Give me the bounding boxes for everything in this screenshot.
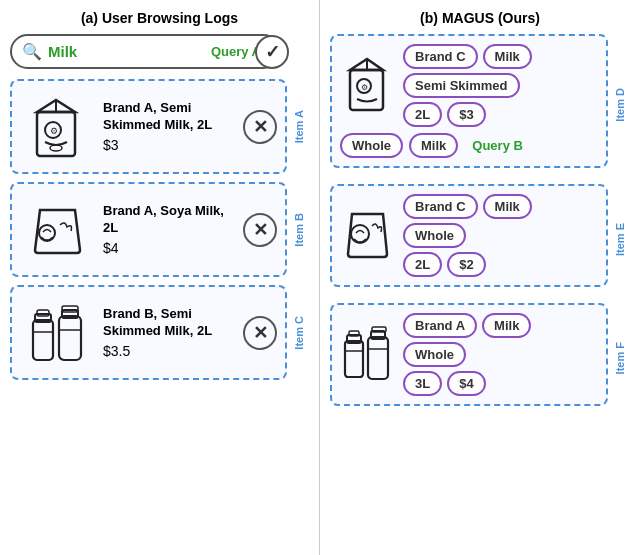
item-f-label: Item F (614, 342, 626, 374)
svg-rect-30 (372, 327, 386, 332)
item-f-row3: 3L $4 (403, 371, 598, 396)
item-c-label: Item C (293, 316, 305, 350)
item-b-image (20, 192, 95, 267)
item-a-name: Brand A, Semi Skimmed Milk, 2L (103, 100, 237, 134)
item-a-price: $3 (103, 137, 237, 153)
item-c-side-label: Item C (289, 285, 309, 380)
svg-rect-25 (349, 331, 359, 336)
item-f-image (340, 321, 395, 389)
item-e-wrapper: Brand C Milk Whole 2L $2 Item E (330, 184, 630, 295)
item-d-tag-price: $3 (447, 102, 485, 127)
item-a-side-label: Item A (289, 79, 309, 174)
item-a-card: ⚙ Brand A, Semi Skimmed Milk, 2L $3 ✕ (10, 79, 287, 174)
item-a-image: ⚙ (20, 89, 95, 164)
item-f-tag-brand: Brand A (403, 313, 477, 338)
item-f-card: Brand A Milk Whole 3L $4 (330, 303, 608, 406)
svg-text:⚙: ⚙ (361, 83, 368, 92)
right-panel-title: (b) MAGUS (Ours) (330, 10, 630, 26)
svg-rect-8 (33, 320, 53, 360)
item-b-cross: ✕ (243, 213, 277, 247)
item-c-info: Brand B, Semi Skimmed Milk, 2L $3.5 (95, 306, 237, 360)
item-c-price: $3.5 (103, 343, 237, 359)
item-d-tag-whole: Whole (340, 133, 403, 158)
item-f-tag-price: $4 (447, 371, 485, 396)
item-c-image (20, 295, 95, 370)
item-d-tag-2l: 2L (403, 102, 442, 127)
item-a-cross: ✕ (243, 110, 277, 144)
item-e-label: Item E (614, 223, 626, 256)
item-d-side-label: Item D (610, 34, 630, 176)
item-b-wrapper: Brand A, Soya Milk, 2L $4 ✕ Item B (10, 182, 309, 277)
item-b-label: Item B (293, 213, 305, 247)
item-d-image: ⚙ (340, 52, 395, 120)
query-b-label: Query B (472, 138, 523, 153)
svg-text:⚙: ⚙ (50, 126, 58, 136)
item-d-tags: Brand C Milk Semi Skimmed 2L $3 (403, 44, 598, 127)
item-a-label: Item A (293, 110, 305, 143)
search-query: Milk (48, 43, 193, 60)
item-e-side-label: Item E (610, 184, 630, 295)
main-container: (a) User Browsing Logs 🔍 Milk Query A ✓ … (0, 0, 640, 555)
svg-rect-23 (345, 341, 363, 377)
item-d-row1: Brand C Milk (403, 44, 598, 69)
item-f-tag-milk: Milk (482, 313, 531, 338)
item-d-row2: Semi Skimmed (403, 73, 598, 98)
item-c-cross: ✕ (243, 316, 277, 350)
right-panel: (b) MAGUS (Ours) ⚙ (320, 0, 640, 555)
item-b-info: Brand A, Soya Milk, 2L $4 (95, 203, 237, 257)
item-e-tag-price: $2 (447, 252, 485, 277)
item-f-tag-whole: Whole (403, 342, 466, 367)
item-d-row3: 2L $3 (403, 102, 598, 127)
item-f-wrapper: Brand A Milk Whole 3L $4 Item F (330, 303, 630, 414)
item-f-row2: Whole (403, 342, 598, 367)
item-d-top: ⚙ Brand C Milk Semi Skimmed 2 (340, 44, 598, 127)
svg-point-7 (39, 225, 55, 241)
item-d-label: Item D (614, 88, 626, 122)
item-e-image (340, 202, 395, 270)
item-e-tag-2l: 2L (403, 252, 442, 277)
svg-rect-27 (368, 337, 388, 379)
check-icon: ✓ (255, 35, 289, 69)
item-f-side-label: Item F (610, 303, 630, 414)
item-c-card: Brand B, Semi Skimmed Milk, 2L $3.5 ✕ (10, 285, 287, 380)
search-bar[interactable]: 🔍 Milk Query A ✓ (10, 34, 281, 69)
item-d-tag-milk2: Milk (409, 133, 458, 158)
item-f-tags: Brand A Milk Whole 3L $4 (403, 313, 598, 396)
item-a-wrapper: ⚙ Brand A, Semi Skimmed Milk, 2L $3 ✕ It… (10, 79, 309, 174)
item-d-wrapper: ⚙ Brand C Milk Semi Skimmed 2 (330, 34, 630, 176)
item-c-wrapper: Brand B, Semi Skimmed Milk, 2L $3.5 ✕ It… (10, 285, 309, 380)
item-b-price: $4 (103, 240, 237, 256)
svg-rect-12 (59, 316, 81, 360)
item-b-card: Brand A, Soya Milk, 2L $4 ✕ (10, 182, 287, 277)
item-c-name: Brand B, Semi Skimmed Milk, 2L (103, 306, 237, 340)
item-e-tag-brand: Brand C (403, 194, 478, 219)
left-panel-title: (a) User Browsing Logs (10, 10, 309, 26)
item-f-tag-3l: 3L (403, 371, 442, 396)
left-panel: (a) User Browsing Logs 🔍 Milk Query A ✓ … (0, 0, 320, 555)
item-e-tags: Brand C Milk Whole 2L $2 (403, 194, 598, 277)
item-d-card: ⚙ Brand C Milk Semi Skimmed 2 (330, 34, 608, 168)
item-f-row1: Brand A Milk (403, 313, 598, 338)
item-d-tag-semi: Semi Skimmed (403, 73, 520, 98)
item-d-tag-milk: Milk (483, 44, 532, 69)
item-e-tag-whole: Whole (403, 223, 466, 248)
query-a-label: Query A (211, 44, 261, 59)
item-b-side-label: Item B (289, 182, 309, 277)
item-e-tag-milk: Milk (483, 194, 532, 219)
item-e-card: Brand C Milk Whole 2L $2 (330, 184, 608, 287)
item-a-info: Brand A, Semi Skimmed Milk, 2L $3 (95, 100, 237, 154)
item-e-row1: Brand C Milk (403, 194, 598, 219)
item-e-row2: Whole (403, 223, 598, 248)
item-d-query-row: Whole Milk Query B (340, 133, 598, 158)
item-b-name: Brand A, Soya Milk, 2L (103, 203, 237, 237)
svg-point-22 (351, 225, 369, 243)
search-icon: 🔍 (22, 42, 42, 61)
item-e-row3: 2L $2 (403, 252, 598, 277)
item-d-tag-brand: Brand C (403, 44, 478, 69)
